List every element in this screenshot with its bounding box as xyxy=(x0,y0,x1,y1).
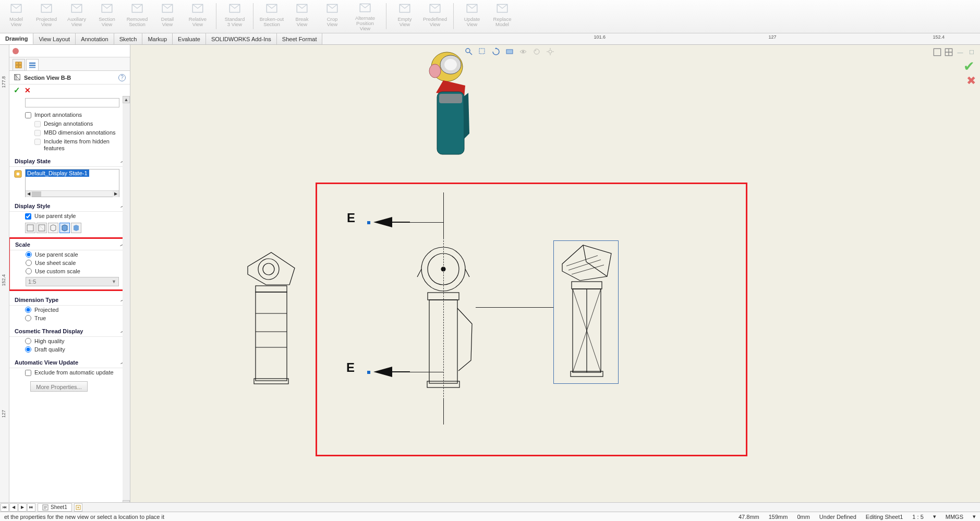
display-style-header[interactable]: Display Style︿ xyxy=(9,200,130,212)
ruler-horizontal: 101.6127152.4177.8 xyxy=(322,33,980,44)
display-state-hscroll[interactable]: ◀▶ xyxy=(26,190,119,197)
ribbon-replacemodel[interactable]: Replace Model xyxy=(488,1,516,31)
rotate-view-icon[interactable] xyxy=(491,47,501,56)
style-hidden-visible[interactable] xyxy=(37,223,47,233)
panel-scroll-up[interactable]: ▲ xyxy=(123,96,130,103)
ribbon-altposview[interactable]: Alternate Position View xyxy=(348,1,382,31)
dim-true-radio[interactable]: True xyxy=(9,314,130,322)
scale-header[interactable]: Scale︿ xyxy=(10,239,129,250)
sheet-add[interactable] xyxy=(74,503,82,512)
style-shaded[interactable] xyxy=(71,223,81,233)
import-annotations-checkbox[interactable]: Import annotations xyxy=(9,111,130,119)
zoom-area-icon[interactable] xyxy=(478,47,487,56)
style-hidden-removed[interactable] xyxy=(48,223,58,233)
projection-line xyxy=(476,307,554,308)
section-label-top: E xyxy=(347,211,355,225)
ribbon-auxview[interactable]: Auxiliary View xyxy=(63,1,91,31)
tab-annotation[interactable]: Annotation xyxy=(76,33,114,44)
accept-icon[interactable]: ✔ xyxy=(963,58,975,75)
tab-sheet-format[interactable]: Sheet Format xyxy=(277,33,323,44)
cosmetic-thread-header[interactable]: Cosmetic Thread Display︿ xyxy=(9,325,130,337)
ribbon-removedsec[interactable]: Removed Section xyxy=(123,1,151,31)
ribbon-toolbar: Model ViewProjected ViewAuxiliary ViewSe… xyxy=(0,0,980,33)
svg-rect-36 xyxy=(934,49,940,55)
ribbon-brokenout[interactable]: Broken-out Section xyxy=(258,1,286,31)
include-hidden-checkbox[interactable]: Include items from hidden features xyxy=(9,137,130,152)
more-properties-button[interactable]: More Properties... xyxy=(30,381,88,392)
ribbon-sectionview[interactable]: Section View xyxy=(93,1,121,31)
display-style-icon[interactable] xyxy=(505,47,514,56)
viewport-single-icon[interactable] xyxy=(933,48,941,56)
ribbon-detailview[interactable]: Detail View xyxy=(153,1,182,31)
section-handle-bottom[interactable] xyxy=(367,371,370,374)
sheet-next[interactable]: ▶ xyxy=(18,503,27,512)
ribbon-emptyview[interactable]: Empty View xyxy=(391,1,419,31)
recent-command-icon xyxy=(13,48,19,54)
status-menu-icon[interactable]: ▾ xyxy=(933,513,936,520)
tab-markup[interactable]: Markup xyxy=(142,33,173,44)
section-handle-top[interactable] xyxy=(367,221,370,224)
reject-icon[interactable]: ✖ xyxy=(966,74,976,88)
section-leader-bottom xyxy=(443,399,444,425)
sheet-last[interactable]: ⏭ xyxy=(27,503,35,512)
help-icon[interactable]: ? xyxy=(118,74,126,81)
tab-drawing[interactable]: Drawing xyxy=(0,33,33,44)
scale-parent-radio[interactable]: Use parent scale xyxy=(10,250,129,259)
ribbon-projview[interactable]: Projected View xyxy=(32,1,61,31)
cosmetic-draft-radio[interactable]: Draft quality xyxy=(9,345,130,354)
dimension-type-header[interactable]: Dimension Type︿ xyxy=(9,294,130,306)
cancel-button[interactable]: ✕ xyxy=(25,86,31,94)
centerline-vertical xyxy=(443,238,444,399)
drawing-canvas[interactable]: — ☐ ✔ ✖ xyxy=(130,45,980,507)
sheet-first[interactable]: ⏮ xyxy=(1,503,9,512)
hide-show-icon[interactable] xyxy=(518,47,528,56)
drawing-view-left[interactable] xyxy=(237,243,305,389)
appearance-icon[interactable] xyxy=(532,47,541,56)
tab-view-layout[interactable]: View Layout xyxy=(33,33,76,44)
sheet-prev[interactable]: ◀ xyxy=(9,503,18,512)
svg-point-45 xyxy=(263,263,274,275)
status-menu-icon-2[interactable]: ▾ xyxy=(973,513,976,520)
drawing-view-section[interactable] xyxy=(557,243,615,381)
tab-sketch[interactable]: Sketch xyxy=(114,33,143,44)
property-manager-tab[interactable] xyxy=(26,59,39,70)
sheet-tab[interactable]: Sheet1 xyxy=(38,503,72,512)
style-shaded-edges[interactable] xyxy=(59,223,70,233)
dim-projected-radio[interactable]: Projected xyxy=(9,306,130,314)
use-parent-style-checkbox[interactable]: Use parent style xyxy=(9,212,130,221)
scale-value-dropdown[interactable]: 1:5▼ xyxy=(26,277,119,286)
ribbon-predefview[interactable]: Predefined View xyxy=(421,1,449,31)
svg-rect-21 xyxy=(29,65,35,66)
svg-rect-22 xyxy=(29,67,35,68)
tab-solidworks-add-ins[interactable]: SOLIDWORKS Add-Ins xyxy=(206,33,277,44)
ok-button[interactable]: ✓ xyxy=(14,86,20,95)
maximize-icon[interactable]: ☐ xyxy=(967,48,976,56)
exclude-auto-update-checkbox[interactable]: Exclude from automatic update xyxy=(9,368,130,377)
mbd-dimension-checkbox[interactable]: MBD dimension annotations xyxy=(9,128,130,137)
style-wireframe[interactable] xyxy=(25,223,35,233)
svg-rect-51 xyxy=(254,379,288,384)
ribbon-std3view[interactable]: Standard 3 View xyxy=(221,1,249,31)
ribbon-modelview[interactable]: Model View xyxy=(2,1,30,31)
auto-view-update-header[interactable]: Automatic View Update︿ xyxy=(9,357,130,368)
ribbon-updateview[interactable]: Update View xyxy=(458,1,486,31)
scale-custom-radio[interactable]: Use custom scale xyxy=(10,267,129,275)
tab-evaluate[interactable]: Evaluate xyxy=(173,33,206,44)
ribbon-cropview[interactable]: Crop View xyxy=(318,1,346,31)
design-annotations-checkbox[interactable]: Design annotations xyxy=(9,119,130,128)
cosmetic-high-radio[interactable]: High quality xyxy=(9,337,130,345)
scale-sheet-radio[interactable]: Use sheet scale xyxy=(10,259,129,267)
ribbon-relativeview[interactable]: Relative View xyxy=(184,1,212,31)
svg-point-44 xyxy=(258,259,279,280)
panel-scrollbar-track[interactable] xyxy=(123,96,130,507)
minimize-icon[interactable]: — xyxy=(956,48,964,56)
ribbon-breakview[interactable]: Break View xyxy=(288,1,316,31)
settings-icon[interactable] xyxy=(546,47,555,56)
display-state-header[interactable]: Display State︿ xyxy=(9,155,130,167)
viewport-four-icon[interactable] xyxy=(945,48,953,56)
feature-manager-tab[interactable] xyxy=(13,59,25,70)
display-state-list[interactable]: Default_Display State-1 ◀▶ xyxy=(25,169,119,197)
svg-rect-47 xyxy=(256,292,287,381)
scope-text-field[interactable] xyxy=(25,98,119,107)
isometric-shaded-view xyxy=(418,45,476,165)
